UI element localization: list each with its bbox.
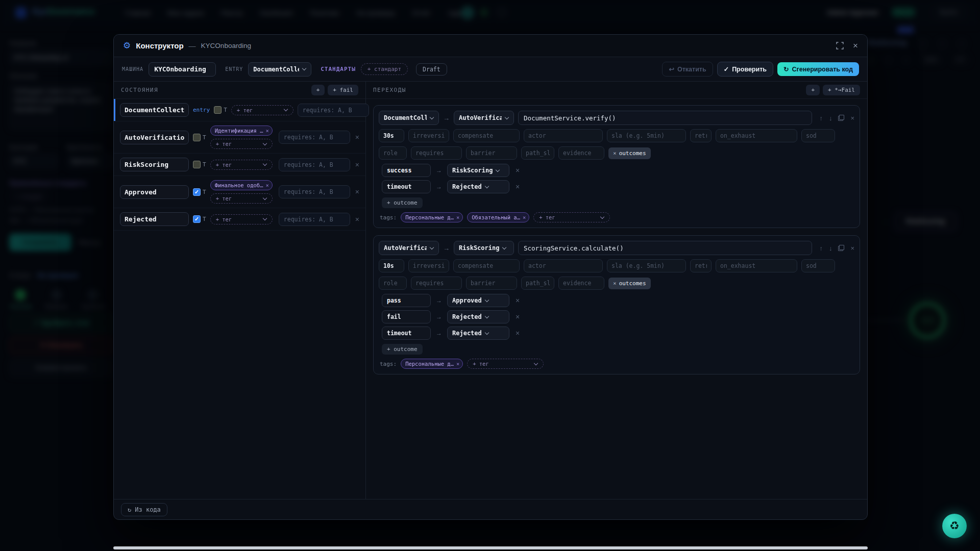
remove-tag-icon[interactable]: × <box>523 214 526 220</box>
terminal-checkbox[interactable] <box>193 134 201 141</box>
move-down-icon[interactable]: ↓ <box>829 244 832 252</box>
barrier-input[interactable] <box>466 277 517 290</box>
horizontal-scrollbar[interactable] <box>113 546 868 549</box>
delete-state-icon[interactable]: × <box>355 133 359 141</box>
remove-tag-icon[interactable]: × <box>265 182 268 188</box>
compensate-input[interactable] <box>453 129 520 142</box>
compensate-input[interactable] <box>453 259 520 272</box>
sod-input[interactable] <box>801 129 835 142</box>
retries-input[interactable] <box>690 259 712 272</box>
delete-transition-icon[interactable]: × <box>850 244 854 252</box>
role-input[interactable] <box>379 277 407 290</box>
outcome-target-select[interactable]: Approved <box>447 294 509 307</box>
validate-button[interactable]: ✓Проверить <box>717 62 773 77</box>
on-exhaust-input[interactable] <box>716 129 797 142</box>
delete-outcome-icon[interactable]: × <box>516 296 520 305</box>
delete-state-icon[interactable]: × <box>355 161 359 169</box>
outcome-key-input[interactable] <box>382 310 431 323</box>
move-down-icon[interactable]: ↓ <box>829 114 832 122</box>
add-transition-button[interactable]: + <box>806 85 820 95</box>
requires-input[interactable] <box>279 131 350 144</box>
fullscreen-icon[interactable] <box>836 42 844 49</box>
outcome-key-input[interactable] <box>382 327 431 340</box>
requires-input[interactable] <box>411 277 462 290</box>
terminal-checkbox[interactable]: ✓ <box>193 188 201 196</box>
add-tag-dropdown[interactable]: + тег <box>467 359 544 369</box>
state-name-input[interactable] <box>120 103 189 117</box>
role-input[interactable] <box>379 146 407 160</box>
retries-input[interactable] <box>690 129 712 142</box>
outcome-key-input[interactable] <box>382 294 431 307</box>
action-input[interactable] <box>518 241 812 255</box>
outcome-key-input[interactable] <box>382 180 431 193</box>
actor-input[interactable] <box>524 259 603 272</box>
from-state-select[interactable]: DocumentColl <box>379 111 439 125</box>
path-sla-input[interactable] <box>521 146 554 160</box>
action-input[interactable] <box>518 111 812 125</box>
close-icon[interactable]: × <box>853 41 858 51</box>
state-name-input[interactable] <box>120 158 189 171</box>
add-fail-state-button[interactable]: + fail <box>328 85 358 95</box>
outcomes-toggle[interactable]: ×outcomes <box>608 278 651 289</box>
delete-transition-icon[interactable]: × <box>850 114 854 122</box>
barrier-input[interactable] <box>466 146 517 160</box>
add-tag-dropdown[interactable]: + тег <box>231 105 293 115</box>
on-exhaust-input[interactable] <box>716 259 797 272</box>
machine-name-input[interactable] <box>149 62 216 77</box>
outcome-target-select[interactable]: Rejected <box>447 310 509 323</box>
actor-input[interactable] <box>524 129 603 142</box>
remove-tag-icon[interactable]: × <box>265 128 268 134</box>
requires-input[interactable] <box>298 104 369 117</box>
from-code-button[interactable]: ↻Из кода <box>121 503 167 516</box>
sod-input[interactable] <box>801 259 835 272</box>
add-outcome-button[interactable]: + outcome <box>382 344 423 355</box>
add-tag-dropdown[interactable]: + тег <box>210 160 273 170</box>
timeout-input[interactable] <box>379 259 404 272</box>
terminal-checkbox[interactable] <box>193 161 201 168</box>
add-outcome-button[interactable]: + outcome <box>382 197 423 208</box>
state-name-input[interactable] <box>120 131 189 144</box>
entry-state-select[interactable]: DocumentColle <box>248 62 311 77</box>
delete-outcome-icon[interactable]: × <box>516 183 520 191</box>
evidence-input[interactable] <box>558 277 604 290</box>
sla-input[interactable] <box>607 259 686 272</box>
remove-tag-icon[interactable]: × <box>456 361 459 367</box>
delete-outcome-icon[interactable]: × <box>516 329 520 337</box>
requires-input[interactable] <box>279 158 350 171</box>
assistant-fab[interactable]: ♻ <box>942 514 967 538</box>
add-state-button[interactable]: + <box>311 85 325 95</box>
requires-input[interactable] <box>279 213 350 226</box>
generate-code-button[interactable]: ↻Сгенерировать код <box>777 62 859 76</box>
to-state-select[interactable]: RiskScoring <box>454 241 514 255</box>
remove-tag-icon[interactable]: × <box>456 214 459 220</box>
evidence-input[interactable] <box>558 146 604 160</box>
move-up-icon[interactable]: ↑ <box>819 244 823 252</box>
delete-state-icon[interactable]: × <box>355 188 359 196</box>
duplicate-icon[interactable] <box>838 115 844 121</box>
outcomes-toggle[interactable]: ×outcomes <box>608 147 651 159</box>
from-state-select[interactable]: AutoVerifica <box>379 241 439 255</box>
rollback-button[interactable]: ↩Откатить <box>662 62 713 77</box>
sla-input[interactable] <box>607 129 686 142</box>
terminal-checkbox[interactable]: ✓ <box>193 215 201 223</box>
irreversible-input[interactable] <box>408 259 449 272</box>
add-tag-dropdown[interactable]: + тег <box>533 212 610 222</box>
state-name-input[interactable] <box>120 212 189 226</box>
outcome-target-select[interactable]: RiskScoring <box>447 164 509 177</box>
add-tag-dropdown[interactable]: + тег <box>210 139 273 149</box>
add-fail-transition-button[interactable]: + *→Fail <box>823 85 860 95</box>
timeout-input[interactable] <box>379 129 404 142</box>
add-standard-button[interactable]: + стандарт <box>361 63 408 75</box>
duplicate-icon[interactable] <box>838 245 844 251</box>
delete-outcome-icon[interactable]: × <box>516 166 520 174</box>
to-state-select[interactable]: AutoVerifica <box>454 111 514 125</box>
add-tag-dropdown[interactable]: + тег <box>210 193 273 204</box>
irreversible-input[interactable] <box>408 129 449 142</box>
add-tag-dropdown[interactable]: + тег <box>210 214 273 224</box>
state-name-input[interactable] <box>120 185 189 199</box>
outcome-target-select[interactable]: Rejected <box>447 180 509 193</box>
terminal-checkbox[interactable] <box>214 106 222 114</box>
outcome-target-select[interactable]: Rejected <box>447 327 509 340</box>
delete-state-icon[interactable]: × <box>355 215 359 223</box>
requires-input[interactable] <box>411 146 462 160</box>
